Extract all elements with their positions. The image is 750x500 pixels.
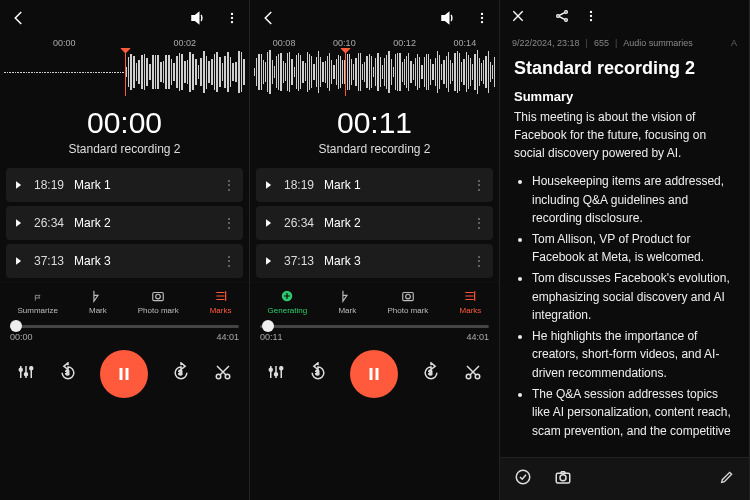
waveform[interactable]	[0, 48, 249, 96]
bullet-item: Housekeeping items are addressed, includ…	[532, 172, 735, 228]
summary-text: This meeting is about the vision of Face…	[514, 108, 735, 162]
bullet-item: He highlights the importance of creators…	[532, 327, 735, 383]
marks-list: 18:19Mark 1⋮26:34Mark 2⋮37:13Mark 3⋮	[0, 164, 249, 282]
waveform[interactable]	[250, 48, 499, 96]
photo-mark-button[interactable]: Photo mark	[387, 289, 428, 315]
svg-point-22	[280, 367, 283, 370]
more-icon[interactable]	[475, 9, 489, 27]
marks-tab[interactable]: Marks	[460, 289, 482, 315]
svg-text:3: 3	[429, 369, 433, 376]
svg-point-34	[590, 19, 592, 21]
recording-heading: Standard recording 2	[514, 58, 735, 79]
ai-icon: A	[731, 38, 737, 48]
bullet-item: Tom Allison, VP of Product for Facebook …	[532, 230, 735, 267]
playback-controls: 3 3	[250, 342, 499, 408]
back-icon[interactable]	[10, 9, 28, 27]
svg-point-29	[557, 15, 560, 18]
photo-mark-button[interactable]: Photo mark	[138, 289, 179, 315]
marks-list: 18:19Mark 1⋮26:34Mark 2⋮37:13Mark 3⋮	[250, 164, 499, 282]
svg-point-1	[231, 17, 233, 19]
svg-point-31	[565, 19, 568, 22]
summary-panel: 9/22/2024, 23:18| 655| Audio summaries A…	[500, 0, 750, 500]
toolbar: Summarize Mark Photo mark Marks	[0, 282, 249, 319]
forward-icon[interactable]: 3	[171, 362, 191, 386]
svg-text:3: 3	[315, 369, 319, 376]
mark-more-icon[interactable]: ⋮	[223, 216, 235, 230]
svg-point-35	[516, 470, 530, 484]
speaker-icon[interactable]	[439, 9, 457, 27]
svg-point-20	[270, 368, 273, 371]
recording-title: Standard recording 2	[250, 142, 499, 156]
mark-row[interactable]: 18:19Mark 1⋮	[6, 168, 243, 202]
mark-more-icon[interactable]: ⋮	[473, 178, 485, 192]
mark-button[interactable]: Mark	[89, 289, 107, 315]
equalizer-icon[interactable]	[17, 363, 35, 385]
svg-point-37	[560, 475, 566, 481]
forward-icon[interactable]: 3	[421, 362, 441, 386]
meta-bar: 9/22/2024, 23:18| 655| Audio summaries A	[500, 36, 749, 54]
pause-button[interactable]	[350, 350, 398, 398]
svg-point-33	[590, 15, 592, 17]
marks-tab[interactable]: Marks	[210, 289, 232, 315]
trim-icon[interactable]	[214, 363, 232, 385]
generating-button[interactable]: Generating	[268, 289, 308, 315]
svg-point-7	[30, 367, 33, 370]
elapsed-time: 00:11	[250, 106, 499, 140]
recorder-panel-playing: 00:0800:1000:1200:14 00:11 Standard reco…	[250, 0, 500, 500]
summary-label: Summary	[514, 89, 735, 104]
more-icon[interactable]	[225, 9, 239, 27]
camera-icon[interactable]	[554, 468, 572, 490]
svg-point-5	[20, 368, 23, 371]
mark-row[interactable]: 18:19Mark 1⋮	[256, 168, 493, 202]
bullet-item: Tom discusses Facebook's evolution, emph…	[532, 269, 735, 325]
svg-point-15	[481, 17, 483, 19]
rewind-icon[interactable]: 3	[58, 362, 78, 386]
svg-point-32	[590, 11, 592, 13]
timeline-ticks: 00:0000:02	[0, 38, 249, 48]
pause-button[interactable]	[100, 350, 148, 398]
trim-icon[interactable]	[464, 363, 482, 385]
mark-row[interactable]: 37:13Mark 3⋮	[6, 244, 243, 278]
svg-text:3: 3	[65, 369, 69, 376]
mark-row[interactable]: 26:34Mark 2⋮	[256, 206, 493, 240]
svg-rect-9	[120, 368, 123, 380]
summary-content: Standard recording 2 Summary This meetin…	[500, 54, 749, 457]
more-icon[interactable]	[584, 8, 598, 28]
svg-point-6	[25, 373, 28, 376]
back-icon[interactable]	[260, 9, 278, 27]
summarize-button[interactable]: Summarize	[18, 293, 58, 315]
bullet-item: The Q&A session addresses topics like AI…	[532, 385, 735, 441]
mark-more-icon[interactable]: ⋮	[473, 254, 485, 268]
mark-button[interactable]: Mark	[338, 289, 356, 315]
svg-point-19	[406, 294, 411, 299]
mark-row[interactable]: 37:13Mark 3⋮	[256, 244, 493, 278]
close-icon[interactable]	[510, 8, 526, 28]
mark-more-icon[interactable]: ⋮	[223, 178, 235, 192]
bottom-bar	[500, 457, 749, 500]
mark-more-icon[interactable]: ⋮	[223, 254, 235, 268]
elapsed-time: 00:00	[0, 106, 249, 140]
svg-rect-24	[370, 368, 373, 380]
edit-icon[interactable]	[719, 469, 735, 489]
check-icon[interactable]	[514, 468, 532, 490]
svg-point-0	[231, 13, 233, 15]
progress-slider[interactable]: 00:0044:01	[0, 319, 249, 342]
mark-more-icon[interactable]: ⋮	[473, 216, 485, 230]
timeline-ticks: 00:0800:1000:1200:14	[250, 38, 499, 48]
recorder-panel-initial: 00:0000:02 00:00 Standard recording 2 18…	[0, 0, 250, 500]
svg-point-2	[231, 21, 233, 23]
rewind-icon[interactable]: 3	[308, 362, 328, 386]
svg-point-14	[481, 13, 483, 15]
progress-slider[interactable]: 00:1144:01	[250, 319, 499, 342]
mark-row[interactable]: 26:34Mark 2⋮	[6, 206, 243, 240]
top-bar	[500, 0, 749, 36]
playback-controls: 3 3	[0, 342, 249, 408]
share-icon[interactable]	[554, 8, 570, 28]
speaker-icon[interactable]	[189, 9, 207, 27]
svg-point-4	[156, 294, 161, 299]
recording-title: Standard recording 2	[0, 142, 249, 156]
equalizer-icon[interactable]	[267, 363, 285, 385]
bullet-list: Housekeeping items are addressed, includ…	[514, 172, 735, 440]
svg-point-16	[481, 21, 483, 23]
toolbar: Generating Mark Photo mark Marks	[250, 282, 499, 319]
